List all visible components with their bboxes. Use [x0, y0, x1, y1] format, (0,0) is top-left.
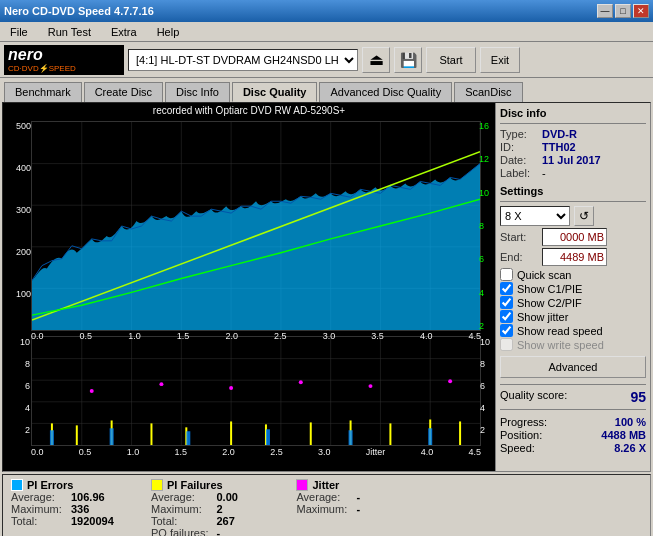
date-row: Date: 11 Jul 2017 [500, 154, 646, 166]
speed-row: 8 X ↺ [500, 206, 646, 226]
jitter-max-label: Maximum: [296, 503, 347, 515]
y-lower-4-right: 4 [480, 403, 494, 413]
position-val: 4488 MB [601, 429, 646, 441]
divider-3 [500, 384, 646, 385]
show-c1pie-row: Show C1/PIE [500, 282, 646, 295]
svg-rect-47 [266, 429, 270, 445]
jitter-title: Jitter [312, 479, 339, 491]
pi-failures-max-label: Maximum: [151, 503, 202, 515]
quick-scan-cb[interactable] [500, 268, 513, 281]
chart-area: recorded with Optiarc DVD RW AD-5290S+ 5… [3, 103, 495, 471]
show-jitter-row: Show jitter [500, 310, 646, 323]
menu-extra[interactable]: Extra [105, 24, 143, 40]
x-lower-40: 4.0 [421, 447, 434, 457]
pi-failures-group: PI Failures Average: 0.00 Maximum: 2 Tot… [151, 479, 276, 536]
show-c2pif-cb[interactable] [500, 296, 513, 309]
x-axis-lower: 0.0 0.5 1.0 1.5 2.0 2.5 3.0 Jitter 4.0 4… [31, 447, 481, 457]
lower-chart: 10 8 6 4 2 10 8 6 4 2 [31, 336, 481, 446]
id-key: ID: [500, 141, 538, 153]
maximize-btn[interactable]: □ [615, 4, 631, 18]
progress-row: Progress: 100 % [500, 416, 646, 428]
tab-benchmark[interactable]: Benchmark [4, 82, 82, 102]
svg-point-40 [229, 386, 233, 390]
svg-point-43 [448, 379, 452, 383]
x-lower-20: 2.0 [222, 447, 235, 457]
y-speed-6: 6 [479, 254, 493, 264]
y-lower-10-right: 10 [480, 337, 494, 347]
pi-errors-total-row: Total: 1920094 [11, 515, 131, 527]
tab-disc-info[interactable]: Disc Info [165, 82, 230, 102]
y-lower-2-left: 2 [6, 425, 30, 435]
tab-create-disc[interactable]: Create Disc [84, 82, 163, 102]
refresh-btn[interactable]: ↺ [574, 206, 594, 226]
divider-2 [500, 201, 646, 202]
y-speed-8: 8 [479, 221, 493, 231]
advanced-button[interactable]: Advanced [500, 356, 646, 378]
tab-disc-quality[interactable]: Disc Quality [232, 82, 318, 102]
po-failures-val: - [216, 527, 276, 536]
disc-label-row: Label: - [500, 167, 646, 179]
window-controls[interactable]: — □ ✕ [597, 4, 649, 18]
end-input[interactable] [542, 248, 607, 266]
pi-failures-total-row: Total: 267 [151, 515, 276, 527]
save-btn[interactable]: 💾 [394, 47, 422, 73]
po-failures-label: PO failures: [151, 527, 208, 536]
pi-errors-title: PI Errors [27, 479, 73, 491]
x-label-40: 4.0 [420, 331, 433, 341]
show-jitter-cb[interactable] [500, 310, 513, 323]
show-write-speed-cb[interactable] [500, 338, 513, 351]
y-lower-2-right: 2 [480, 425, 494, 435]
menu-run-test[interactable]: Run Test [42, 24, 97, 40]
quality-score-label: Quality score: [500, 389, 567, 405]
show-c1pie-cb[interactable] [500, 282, 513, 295]
svg-rect-45 [110, 428, 114, 445]
id-val: TTH02 [542, 141, 576, 153]
disc-label-key: Label: [500, 167, 538, 179]
jitter-avg-label: Average: [296, 491, 340, 503]
type-val: DVD-R [542, 128, 577, 140]
pi-errors-avg-val: 106.96 [71, 491, 131, 503]
show-read-speed-cb[interactable] [500, 324, 513, 337]
date-val: 11 Jul 2017 [542, 154, 601, 166]
x-label-15: 1.5 [177, 331, 190, 341]
stats-bar: PI Errors Average: 106.96 Maximum: 336 T… [2, 474, 651, 536]
pi-errors-color-box [11, 479, 23, 491]
show-c2pif-row: Show C2/PIF [500, 296, 646, 309]
svg-point-42 [368, 384, 372, 388]
start-key: Start: [500, 231, 538, 243]
eject-btn[interactable]: ⏏ [362, 47, 390, 73]
speed-select[interactable]: 8 X [500, 206, 570, 226]
menu-file[interactable]: File [4, 24, 34, 40]
tab-scan-disc[interactable]: ScanDisc [454, 82, 522, 102]
date-key: Date: [500, 154, 538, 166]
position-label: Position: [500, 429, 542, 441]
menu-help[interactable]: Help [151, 24, 186, 40]
jitter-group: Jitter Average: - Maximum: - [296, 479, 416, 536]
x-lower-30: 3.0 [318, 447, 331, 457]
y-lower-8-right: 8 [480, 359, 494, 369]
pi-errors-total-label: Total: [11, 515, 37, 527]
toolbar: nero CD·DVD⚡SPEED [4:1] HL-DT-ST DVDRAM … [0, 42, 653, 78]
progress-label: Progress: [500, 416, 547, 428]
pi-failures-total-label: Total: [151, 515, 177, 527]
progress-val: 100 % [615, 416, 646, 428]
divider-4 [500, 409, 646, 410]
type-key: Type: [500, 128, 538, 140]
y-lower-4-left: 4 [6, 403, 30, 413]
x-lower-25: 2.5 [270, 447, 283, 457]
position-row: Position: 4488 MB [500, 429, 646, 441]
close-btn[interactable]: ✕ [633, 4, 649, 18]
minimize-btn[interactable]: — [597, 4, 613, 18]
exit-button[interactable]: Exit [480, 47, 520, 73]
pi-failures-avg-row: Average: 0.00 [151, 491, 276, 503]
start-button[interactable]: Start [426, 47, 476, 73]
pi-errors-avg-label: Average: [11, 491, 55, 503]
drive-select[interactable]: [4:1] HL-DT-ST DVDRAM GH24NSD0 LH00 [128, 49, 358, 71]
y-lower-10-left: 10 [6, 337, 30, 347]
x-lower-10: 1.0 [127, 447, 140, 457]
svg-rect-46 [186, 431, 190, 445]
start-input[interactable] [542, 228, 607, 246]
tab-advanced-disc-quality[interactable]: Advanced Disc Quality [319, 82, 452, 102]
x-lower-00: 0.0 [31, 447, 44, 457]
jitter-color-box [296, 479, 308, 491]
